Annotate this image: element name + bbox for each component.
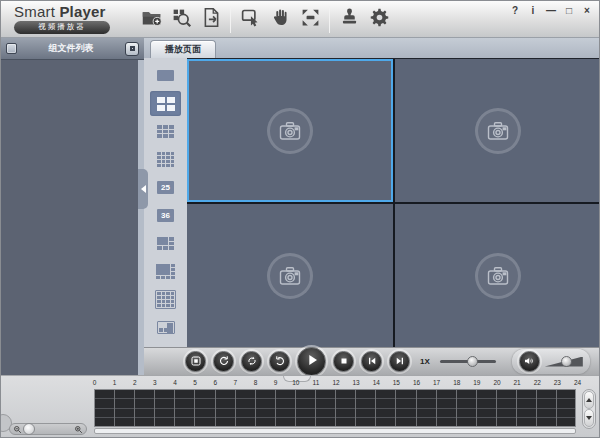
main-toolbar: [136, 6, 394, 33]
stop-square-icon: [130, 46, 135, 51]
window-controls: ? i — □ ×: [510, 5, 592, 17]
single-frame-button[interactable]: [185, 351, 206, 372]
app-title: Smart Player: [14, 4, 132, 19]
video-pane-3[interactable]: [187, 204, 393, 347]
next-frame-button[interactable]: [389, 351, 410, 372]
view-16-icon: [157, 152, 174, 166]
play-icon: [304, 352, 320, 372]
layout-view-8-button[interactable]: [150, 259, 181, 284]
hour-label: 10: [290, 379, 301, 386]
scroll-up-button[interactable]: [584, 391, 594, 409]
hour-label: 5: [190, 379, 201, 386]
chevron-left-icon: [141, 185, 146, 193]
minimize-button[interactable]: —: [546, 5, 556, 17]
hour-label: 0: [89, 379, 100, 386]
camera-placeholder-icon: [267, 108, 313, 154]
toolbar-separator: [230, 6, 231, 33]
view-25-icon: 25: [157, 181, 174, 194]
reverse-play-button[interactable]: [213, 351, 234, 372]
app-subtitle: 视频播放器: [14, 21, 110, 34]
open-file-button[interactable]: [136, 6, 166, 32]
reverse-play-icon: [218, 353, 230, 371]
export-file-button[interactable]: [196, 6, 226, 32]
fullscreen-button[interactable]: [295, 6, 325, 32]
maximize-button[interactable]: □: [564, 5, 574, 17]
playback-controls: 1X: [144, 347, 599, 375]
hour-label: 6: [210, 379, 221, 386]
speed-slider[interactable]: [440, 360, 496, 363]
hour-label: 18: [451, 379, 462, 386]
volume-slider-thumb[interactable]: [561, 356, 572, 367]
video-pane-2[interactable]: [395, 59, 600, 202]
hour-label: 4: [170, 379, 181, 386]
camera-placeholder-icon: [475, 108, 521, 154]
speed-slider-thumb[interactable]: [467, 356, 478, 367]
view-6-icon: [157, 237, 174, 250]
pan-tool-icon: [270, 7, 291, 32]
scroll-down-button[interactable]: [584, 409, 594, 427]
frame-icon: [190, 353, 202, 371]
help-button[interactable]: ?: [510, 5, 520, 17]
hour-label: 13: [351, 379, 362, 386]
titlebar: Smart Player 视频播放器: [1, 1, 599, 38]
timeline-hour-ruler: 0 1 2 3 4 5 6 7 8 9 10 11 12 13 14 15 16…: [89, 379, 583, 386]
view-8-icon: [156, 264, 174, 279]
layout-view-4-button[interactable]: [150, 91, 181, 116]
volume-slider[interactable]: [545, 357, 583, 367]
video-pane-1[interactable]: [187, 59, 393, 202]
smart-search-button[interactable]: [166, 6, 196, 32]
mute-button[interactable]: [519, 351, 540, 372]
layout-view-9-button[interactable]: [150, 119, 181, 144]
hour-label: 22: [532, 379, 543, 386]
tab-playback-page[interactable]: 播放页面: [150, 40, 216, 58]
timeline-zoom-slider-thumb[interactable]: [23, 423, 35, 435]
timeline-vertical-scrollbar: [582, 389, 596, 429]
timeline-horizontal-scrollbar[interactable]: [94, 428, 576, 434]
open-file-icon: [141, 7, 162, 32]
layout-view-6-button[interactable]: [150, 231, 181, 256]
hour-label: 11: [310, 379, 321, 386]
replay-icon: [274, 353, 286, 371]
timeline-zoom-control: [9, 423, 87, 435]
view-36-icon: 36: [157, 209, 174, 222]
hour-label: 3: [149, 379, 160, 386]
play-button[interactable]: [297, 347, 326, 376]
close-all-files-button[interactable]: [125, 42, 139, 56]
stop-button[interactable]: [333, 351, 354, 372]
pan-tool-button[interactable]: [265, 6, 295, 32]
camera-placeholder-icon: [267, 253, 313, 299]
watermark-verify-button[interactable]: [334, 6, 364, 32]
layout-view-13-button[interactable]: [150, 287, 181, 312]
app-logo: Smart Player 视频播放器: [14, 4, 132, 34]
replay-button[interactable]: [269, 351, 290, 372]
layout-view-custom-button[interactable]: [150, 315, 181, 340]
app-title-player: Player: [59, 3, 105, 20]
stop-icon: [338, 353, 350, 371]
loop-play-button[interactable]: [241, 351, 262, 372]
select-all-checkbox[interactable]: [6, 43, 17, 54]
layout-view-1-button[interactable]: [150, 63, 181, 88]
toolbar-separator: [329, 6, 330, 33]
select-tool-button[interactable]: [235, 6, 265, 32]
zoom-in-button[interactable]: [74, 420, 83, 438]
hour-label: 8: [250, 379, 261, 386]
layout-view-25-button[interactable]: 25: [150, 175, 181, 200]
smart-player-window: Smart Player 视频播放器: [0, 0, 600, 438]
timeline-track-grid[interactable]: [94, 389, 576, 427]
video-pane-4[interactable]: [395, 204, 600, 347]
prev-frame-icon: [366, 353, 378, 371]
fullscreen-icon: [300, 7, 321, 32]
prev-frame-button[interactable]: [361, 351, 382, 372]
info-button[interactable]: i: [528, 5, 538, 17]
settings-button[interactable]: [364, 6, 394, 32]
zoom-out-button[interactable]: [13, 420, 22, 438]
layout-view-16-button[interactable]: [150, 147, 181, 172]
sidebar-collapse-handle[interactable]: [138, 169, 148, 209]
hour-label: 17: [431, 379, 442, 386]
file-list-title: 组文件列表: [17, 42, 125, 55]
tab-bar: 播放页面: [144, 38, 599, 58]
layout-view-36-button[interactable]: 36: [150, 203, 181, 228]
close-button[interactable]: ×: [582, 5, 592, 17]
speaker-icon: [523, 353, 535, 371]
view-custom-icon: [157, 321, 175, 334]
